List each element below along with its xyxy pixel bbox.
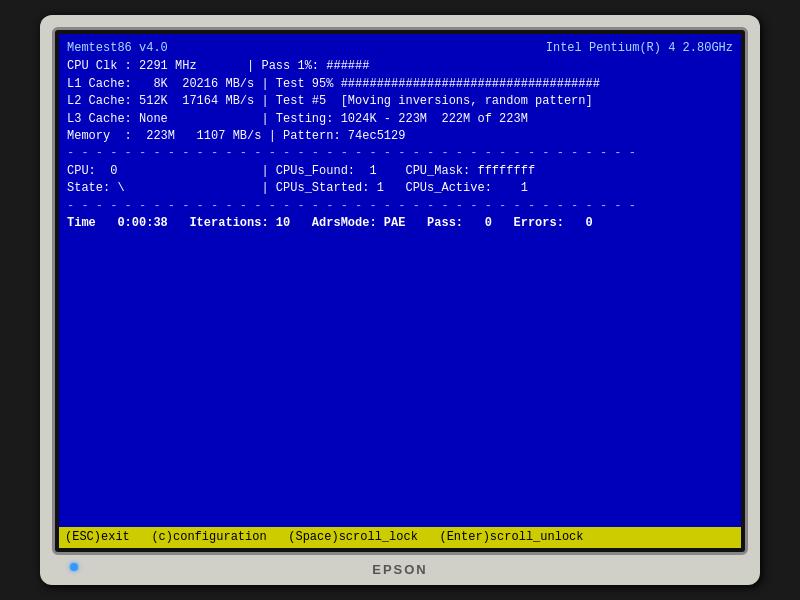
- divider-1: - - - - - - - - - - - - - - - - - - - - …: [67, 145, 733, 162]
- title-row: Memtest86 v4.0 Intel Pentium(R) 4 2.80GH…: [67, 40, 733, 57]
- time-line: Time 0:00:38 Iterations: 10 AdrsMode: PA…: [67, 215, 733, 232]
- title-right: Intel Pentium(R) 4 2.80GHz: [546, 40, 733, 57]
- cpu-line: CPU: 0 | CPUs_Found: 1 CPU_Mask: fffffff…: [67, 163, 733, 180]
- monitor-bottom: EPSON: [52, 560, 748, 577]
- l2-cache-line: L2 Cache: 512K 17164 MB/s | Test #5 [Mov…: [67, 93, 733, 110]
- divider-2: - - - - - - - - - - - - - - - - - - - - …: [67, 198, 733, 215]
- l3-cache-line: L3 Cache: None | Testing: 1024K - 223M 2…: [67, 111, 733, 128]
- screen-bezel: Memtest86 v4.0 Intel Pentium(R) 4 2.80GH…: [52, 27, 748, 555]
- memory-line: Memory : 223M 1107 MB/s | Pattern: 74ec5…: [67, 128, 733, 145]
- status-bar: (ESC)exit (c)configuration (Space)scroll…: [59, 527, 741, 548]
- cpu-clk-line: CPU Clk : 2291 MHz | Pass 1%: ######: [67, 58, 733, 75]
- state-line: State: \ | CPUs_Started: 1 CPUs_Active: …: [67, 180, 733, 197]
- title-left: Memtest86 v4.0: [67, 40, 168, 57]
- power-indicator: [70, 563, 78, 571]
- monitor-brand: EPSON: [372, 562, 428, 577]
- monitor: Memtest86 v4.0 Intel Pentium(R) 4 2.80GH…: [40, 15, 760, 585]
- l1-cache-line: L1 Cache: 8K 20216 MB/s | Test 95% #####…: [67, 76, 733, 93]
- screen: Memtest86 v4.0 Intel Pentium(R) 4 2.80GH…: [59, 34, 741, 548]
